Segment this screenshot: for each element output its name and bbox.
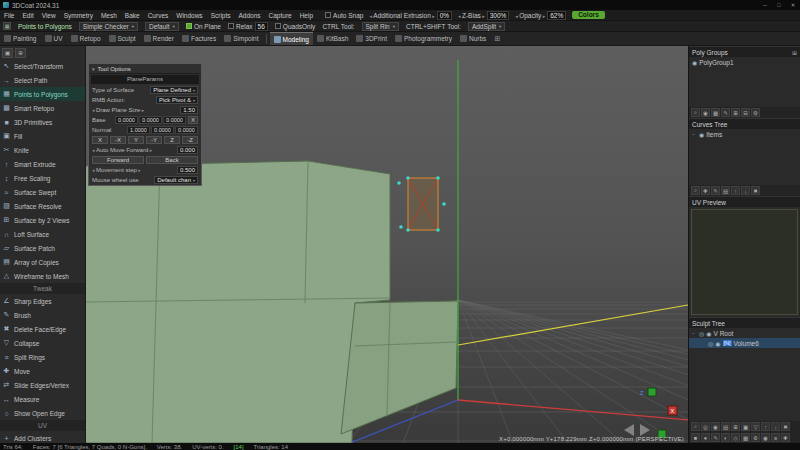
section-uv[interactable]: UV [0,420,85,431]
tool-array-of-copies[interactable]: ▤ Array of Copies [0,255,85,269]
base-clear-button[interactable]: X [188,116,198,124]
ghost-icon[interactable]: ◎ [701,422,710,431]
back-button[interactable]: Back [146,156,198,164]
tool-add-clusters[interactable]: + Add Clusters [0,431,85,443]
additional-extrusion-value[interactable]: 0% [437,11,452,20]
tab-painting[interactable]: Painting [0,32,41,45]
plane-params-section[interactable]: PlaneParams [91,75,199,84]
tool-select-path[interactable]: → Select Path [0,73,85,87]
tool-free-scaling[interactable]: ↕ Free Scaling [0,171,85,185]
menu-item[interactable]: Curves [144,12,173,19]
z-bias-spinner[interactable]: Z-Bias300% [458,11,509,20]
menu-item[interactable]: Symmetry [60,12,97,19]
nav-arrows[interactable] [624,424,650,436]
menu-item[interactable]: Scripts [207,12,235,19]
tool-move[interactable]: ✚ Move [0,364,85,378]
tool-surface-patch[interactable]: ▱ Surface Patch [0,241,85,255]
add-group-icon[interactable]: ⊞ [731,108,740,117]
tab-uv[interactable]: UV [41,32,67,45]
search-icon[interactable]: ⌕ [691,108,700,117]
tab-sculpt[interactable]: Sculpt [105,32,140,45]
menu-item[interactable]: Windows [172,12,206,19]
on-plane-checkbox[interactable]: On Plane [186,23,221,30]
tool-surface-by-2-views[interactable]: ⊞ Surface by 2 Views [0,213,85,227]
tool-measure[interactable]: ↔ Measure [0,392,85,406]
eye-icon[interactable]: ◉ [761,433,770,442]
axis-button[interactable]: -X [110,136,126,144]
search-icon[interactable]: ⌕ [691,422,700,431]
axis-button[interactable]: -Z [182,136,198,144]
visibility-icon[interactable]: ◉ [715,340,720,347]
base-value-field[interactable]: 0.0000 [163,116,186,124]
tab-factures[interactable]: Factures [178,32,220,45]
tool-fill[interactable]: ▣ Fill [0,129,85,143]
tool-split-rings[interactable]: ≡ Split Rings [0,350,85,364]
duplicate-icon[interactable]: ▣ [741,422,750,431]
draw-plane-size-value[interactable]: 1.50 [180,106,198,114]
curves-tree-header[interactable]: Curves Tree [689,118,800,129]
menu-item[interactable]: Capture [265,12,296,19]
edit-curve-icon[interactable]: ✎ [711,186,720,195]
curves-items-row[interactable]: − ◉ Items [689,129,800,139]
add-layer-icon[interactable]: ⊞ [731,422,740,431]
tool-delete-face-edge[interactable]: ✖ Delete Face/Edge [0,322,85,336]
collapse-icon[interactable]: ▾ [92,66,95,72]
camera-icon[interactable]: ▣ [2,48,13,58]
tab-retopo[interactable]: Retopo [67,32,105,45]
snap-icon[interactable]: ⊕ [15,48,26,58]
ctrl-shift-tool-dropdown[interactable]: AddSplit [468,22,505,31]
relax-value[interactable]: 56 [255,22,268,31]
viewport[interactable]: Z X ▾ Tool Options PlaneParams Type of S… [86,46,688,443]
mask-icon[interactable]: ◐ [721,433,730,442]
type-of-surface-dropdown[interactable]: Plane Defined [150,86,198,94]
ghost-icon[interactable]: ◎ [699,330,704,337]
maximize-button[interactable]: □ [772,0,786,10]
visibility-icon[interactable]: ◉ [699,131,704,138]
additional-extrusion-spinner[interactable]: Additional Extrusion0% [369,11,452,20]
settings-icon[interactable]: ⚙ [751,108,760,117]
tab-3dprint[interactable]: 3DPrint [352,32,391,45]
remove-group-icon[interactable]: ⊟ [741,108,750,117]
visibility-icon[interactable]: ◉ [706,330,711,337]
uv-preview-header[interactable]: UV Preview [689,196,800,207]
axis-button[interactable]: -Y [146,136,162,144]
delete-icon[interactable]: ✖ [751,186,760,195]
tool-surface-resolve[interactable]: ▨ Surface Resolve [0,199,85,213]
move-up-icon[interactable]: ↑ [731,186,740,195]
tab-modeling[interactable]: Modeling [270,32,313,45]
tab-render[interactable]: Render [140,32,178,45]
movement-step-value[interactable]: 0.500 [177,166,198,174]
menu-item[interactable]: View [38,12,60,19]
polygroup1-row[interactable]: ◉ PolyGroup1 [689,57,800,67]
add-curve-icon[interactable]: ✚ [701,186,710,195]
down-icon[interactable]: ↓ [771,422,780,431]
tool-options-header[interactable]: ▾ Tool Options [89,64,201,74]
forward-button[interactable]: Forward [92,156,144,164]
mirror-icon[interactable]: ◇ [731,433,740,442]
list-icon[interactable]: ≡ [771,433,780,442]
checker-dropdown[interactable]: Simple Checker [79,22,138,31]
quads-only-checkbox[interactable]: QuadsOnly [275,23,316,30]
colors-button[interactable]: Colors [572,11,605,19]
tool-smart-extrude[interactable]: ↑ Smart Extrude [0,157,85,171]
sphere-icon[interactable]: ● [701,433,710,442]
paint-icon[interactable]: ✎ [721,108,730,117]
tool-sharp-edges[interactable]: ∠ Sharp Edges [0,294,85,308]
visibility-icon[interactable]: ◉ [692,59,697,66]
sculpt-tree-header[interactable]: Sculpt Tree [689,317,800,328]
tool-show-open-edge[interactable]: ○ Show Open Edge [0,406,85,420]
brush-icon[interactable]: ✎ [711,433,720,442]
relax-checkbox[interactable]: Relax56 [228,22,268,31]
tool-collapse[interactable]: ▽ Collapse [0,336,85,350]
collapse-icon[interactable]: − [692,131,697,137]
auto-move-value[interactable]: 0.000 [177,146,198,154]
tool-surface-swept[interactable]: ≈ Surface Swept [0,185,85,199]
minimize-button[interactable]: ─ [758,0,772,10]
menu-item[interactable]: File [0,12,18,19]
ghost-icon[interactable]: ◎ [708,340,713,347]
visibility-icon[interactable]: ◉ [711,422,720,431]
opacity-value[interactable]: 62% [547,11,566,20]
menu-item[interactable]: Help [296,12,317,19]
selection-rectangle[interactable] [397,176,446,232]
merge-icon[interactable]: ▽ [751,422,760,431]
